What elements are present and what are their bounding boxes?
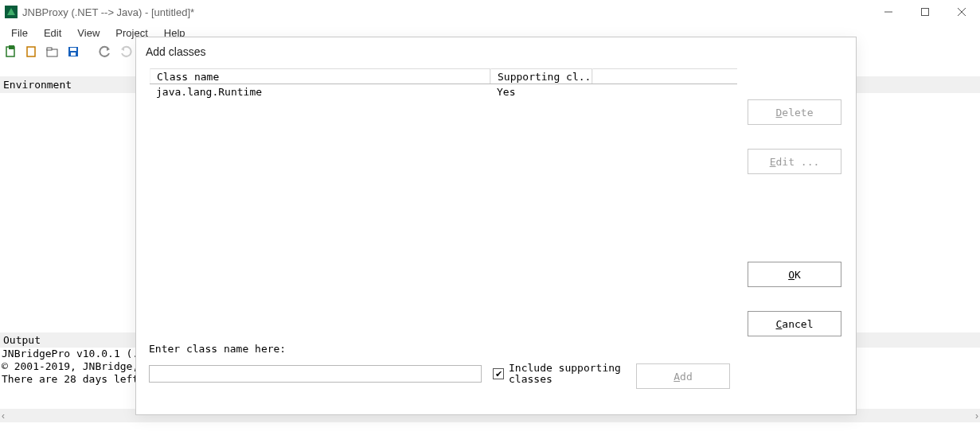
svg-rect-8 [47,48,52,50]
window-titlebar: JNBProxy (.NET --> Java) - [untitled]* [0,0,980,24]
class-name-input[interactable] [149,365,482,383]
add-button[interactable]: Add [636,363,730,389]
window-controls [870,0,980,24]
ok-button[interactable]: OK [748,262,841,287]
dialog-side-buttons: Delete Edit ... OK Cancel [748,99,841,336]
cancel-button[interactable]: Cancel [748,311,841,336]
window-title: JNBProxy (.NET --> Java) - [untitled]* [22,6,194,18]
column-supporting[interactable]: Supporting cl... [490,68,592,84]
scroll-left-icon[interactable]: ‹ [2,410,5,422]
maximize-button[interactable] [907,0,943,24]
checkbox-label-line2: classes [509,373,552,385]
listview-row[interactable]: java.lang.Runtime Yes [150,84,737,99]
checkbox-label-line1: Include supporting [509,362,621,374]
add-classes-dialog: Add classes Class name Supporting cl... … [135,37,857,415]
menu-file[interactable]: File [3,25,36,41]
svg-rect-11 [71,52,76,56]
svg-rect-5 [9,45,14,49]
svg-rect-1 [922,9,929,16]
column-class-name[interactable]: Class name [150,68,490,84]
edit-button[interactable]: Edit ... [748,149,841,174]
open-folder-icon[interactable] [45,44,61,60]
include-supporting-checkbox-wrap[interactable]: ✔ Include supporting classes [493,363,621,385]
open-file-icon[interactable] [24,44,40,60]
class-input-label: Enter class name here: [149,343,738,355]
svg-rect-10 [70,48,76,51]
close-button[interactable] [943,0,980,24]
include-supporting-checkbox[interactable]: ✔ [493,368,504,379]
scroll-right-icon[interactable]: › [975,410,978,422]
cell-class-name: java.lang.Runtime [150,86,490,98]
menu-view[interactable]: View [69,25,107,41]
delete-button[interactable]: Delete [748,99,841,125]
button-spacer [748,198,841,238]
dialog-title: Add classes [136,37,856,63]
redo-icon[interactable] [118,44,134,60]
save-icon[interactable] [65,44,81,60]
listview-header: Class name Supporting cl... [150,68,737,84]
class-listview[interactable]: Class name Supporting cl... java.lang.Ru… [149,68,738,330]
minimize-button[interactable] [870,0,907,24]
app-icon [5,6,18,18]
column-filler [592,68,737,84]
undo-icon[interactable] [97,44,113,60]
svg-rect-6 [27,47,35,56]
checkbox-label: Include supporting classes [509,363,621,385]
new-file-icon[interactable] [3,44,19,60]
cell-supporting: Yes [490,86,592,98]
dialog-body: Class name Supporting cl... java.lang.Ru… [136,63,856,411]
menu-edit[interactable]: Edit [36,25,69,41]
